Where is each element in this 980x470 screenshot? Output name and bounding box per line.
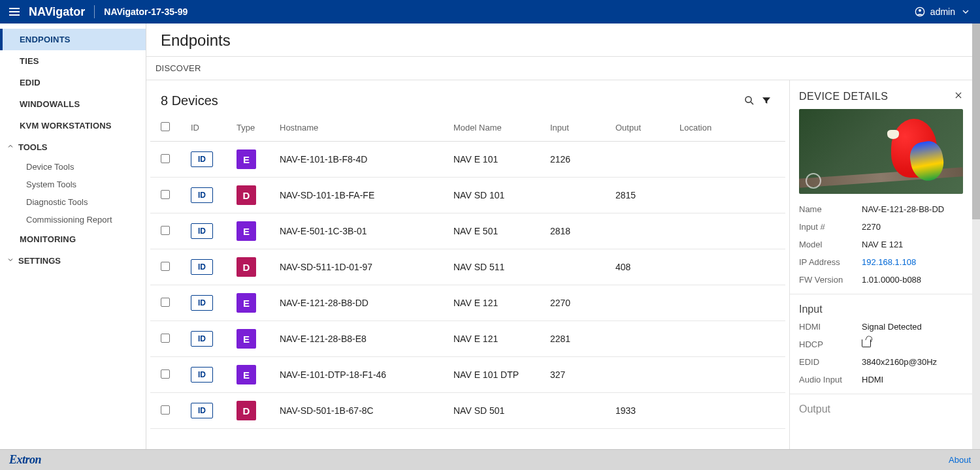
sidebar-sub-commissioning-report[interactable]: Commissioning Report bbox=[0, 211, 146, 228]
cell-hostname: NAV-SD-101-1B-FA-FE bbox=[280, 190, 453, 200]
cell-input: 2281 bbox=[550, 334, 615, 344]
col-location[interactable]: Location bbox=[679, 123, 775, 133]
id-button[interactable]: ID bbox=[191, 367, 213, 383]
id-button[interactable]: ID bbox=[191, 223, 213, 239]
sidebar-sub-system-tools[interactable]: System Tools bbox=[0, 176, 146, 193]
col-host[interactable]: Hostname bbox=[280, 123, 453, 133]
value-audio: HDMI bbox=[862, 375, 883, 384]
table-row[interactable]: IDDNAV-SD-101-1B-FA-FENAV SD 1012815 bbox=[150, 178, 785, 213]
value-ip[interactable]: 192.168.1.108 bbox=[862, 257, 916, 267]
sidebar-sub-diagnostic-tools[interactable]: Diagnostic Tools bbox=[0, 193, 146, 211]
row-checkbox[interactable] bbox=[161, 369, 170, 379]
value-model: NAV E 121 bbox=[862, 240, 903, 249]
col-input[interactable]: Input bbox=[550, 123, 615, 133]
sidebar-item-monitoring[interactable]: MONITORING bbox=[0, 228, 146, 250]
svg-point-2 bbox=[745, 97, 751, 102]
cell-model: NAV SD 101 bbox=[453, 190, 550, 200]
col-output[interactable]: Output bbox=[615, 123, 679, 133]
table-row[interactable]: IDENAV-E-121-28-B8-E8NAV E 1212281 bbox=[150, 321, 785, 357]
device-name: NAVigator-17-35-99 bbox=[97, 7, 188, 17]
sidebar-item-windowalls[interactable]: WINDOWALLS bbox=[0, 93, 146, 115]
filter-icon[interactable] bbox=[758, 92, 775, 109]
user-label: admin bbox=[930, 7, 955, 17]
col-id[interactable]: ID bbox=[191, 123, 237, 133]
col-type[interactable]: Type bbox=[237, 123, 280, 133]
sidebar: ENDPOINTSTIESEDIDWINDOWALLSKVM WORKSTATI… bbox=[0, 24, 146, 449]
row-checkbox[interactable] bbox=[161, 190, 170, 199]
section-input: Input bbox=[790, 294, 972, 318]
row-checkbox[interactable] bbox=[161, 262, 170, 271]
sidebar-item-ties[interactable]: TIES bbox=[0, 50, 146, 72]
id-button[interactable]: ID bbox=[191, 295, 213, 311]
col-model[interactable]: Model Name bbox=[453, 123, 550, 133]
about-link[interactable]: About bbox=[949, 455, 971, 465]
scrollbar-thumb[interactable] bbox=[972, 24, 980, 219]
cell-model: NAV SD 511 bbox=[453, 262, 550, 272]
tab-discover[interactable]: DISCOVER bbox=[155, 63, 201, 73]
value-hdmi: Signal Detected bbox=[862, 322, 922, 332]
lock-open-icon bbox=[862, 339, 871, 349]
id-button[interactable]: ID bbox=[191, 331, 213, 347]
cell-hostname: NAV-E-101-1B-F8-4D bbox=[280, 154, 453, 164]
main-content: Endpoints DISCOVER 8 Devices bbox=[146, 24, 972, 449]
table-row[interactable]: IDENAV-E-121-28-B8-DDNAV E 1212270 bbox=[150, 285, 785, 321]
search-icon[interactable] bbox=[741, 92, 758, 109]
label-name: Name bbox=[799, 204, 862, 214]
sidebar-group-settings[interactable]: SETTINGS bbox=[0, 250, 146, 272]
label-model: Model bbox=[799, 240, 862, 249]
cell-hostname: NAV-E-501-1C-3B-01 bbox=[280, 226, 453, 236]
cell-hostname: NAV-SD-501-1B-67-8C bbox=[280, 405, 453, 416]
type-badge: E bbox=[237, 293, 256, 313]
cell-hostname: NAV-SD-511-1D-01-97 bbox=[280, 262, 453, 272]
svg-line-3 bbox=[751, 102, 753, 104]
chevron-down-icon bbox=[960, 7, 971, 17]
cell-output: 1933 bbox=[615, 405, 679, 416]
table-row[interactable]: IDDNAV-SD-511-1D-01-97NAV SD 511408 bbox=[150, 249, 785, 285]
cell-model: NAV E 121 bbox=[453, 334, 550, 344]
select-all-checkbox[interactable] bbox=[161, 122, 170, 131]
row-checkbox[interactable] bbox=[161, 154, 170, 163]
row-checkbox[interactable] bbox=[161, 405, 170, 415]
chevron-up-icon bbox=[7, 142, 14, 152]
sidebar-item-kvm-workstations[interactable]: KVM WORKSTATIONS bbox=[0, 115, 146, 136]
id-button[interactable]: ID bbox=[191, 259, 213, 275]
app-header: NAVigator NAVigator-17-35-99 admin bbox=[0, 0, 980, 24]
cell-output: 2815 bbox=[615, 190, 679, 200]
footer: Extron About bbox=[0, 449, 980, 470]
cell-output: 408 bbox=[615, 262, 679, 272]
sidebar-item-edid[interactable]: EDID bbox=[0, 72, 146, 93]
menu-icon[interactable] bbox=[9, 6, 22, 18]
type-badge: D bbox=[237, 257, 256, 277]
device-details-panel: DEVICE DETAILS NameNAV-E-121-28-B8-DD In… bbox=[789, 80, 972, 449]
table-row[interactable]: IDENAV-E-101-1B-F8-4DNAV E 1012126 bbox=[150, 142, 785, 178]
sidebar-settings-label: SETTINGS bbox=[18, 256, 61, 266]
sidebar-group-tools[interactable]: TOOLS bbox=[0, 136, 146, 158]
brand-title: NAVigator bbox=[29, 5, 94, 19]
sidebar-item-endpoints[interactable]: ENDPOINTS bbox=[0, 29, 146, 50]
id-button[interactable]: ID bbox=[191, 403, 213, 418]
value-input-no: 2270 bbox=[862, 222, 881, 232]
id-button[interactable]: ID bbox=[191, 151, 213, 167]
table-row[interactable]: IDENAV-E-501-1C-3B-01NAV E 5012818 bbox=[150, 213, 785, 249]
row-checkbox[interactable] bbox=[161, 226, 170, 235]
cell-model: NAV E 101 bbox=[453, 154, 550, 164]
row-checkbox[interactable] bbox=[161, 298, 170, 307]
table-row[interactable]: IDENAV-E-101-DTP-18-F1-46NAV E 101 DTP32… bbox=[150, 357, 785, 393]
user-menu[interactable]: admin bbox=[915, 7, 971, 17]
close-icon[interactable] bbox=[954, 91, 963, 102]
endpoints-table: ID Type Hostname Model Name Input Output… bbox=[146, 114, 789, 429]
scrollbar[interactable] bbox=[972, 24, 980, 449]
sidebar-sub-device-tools[interactable]: Device Tools bbox=[0, 158, 146, 176]
row-checkbox[interactable] bbox=[161, 334, 170, 343]
device-thumbnail bbox=[799, 109, 963, 194]
cell-model: NAV SD 501 bbox=[453, 405, 550, 416]
device-count: 8 Devices bbox=[161, 93, 218, 108]
type-badge: E bbox=[237, 221, 256, 241]
type-badge: E bbox=[237, 329, 256, 349]
svg-point-1 bbox=[919, 9, 921, 12]
type-badge: E bbox=[237, 365, 256, 384]
table-row[interactable]: IDDNAV-SD-501-1B-67-8CNAV SD 5011933 bbox=[150, 393, 785, 429]
label-input-no: Input # bbox=[799, 222, 862, 232]
id-button[interactable]: ID bbox=[191, 187, 213, 203]
label-hdmi: HDMI bbox=[799, 322, 862, 332]
